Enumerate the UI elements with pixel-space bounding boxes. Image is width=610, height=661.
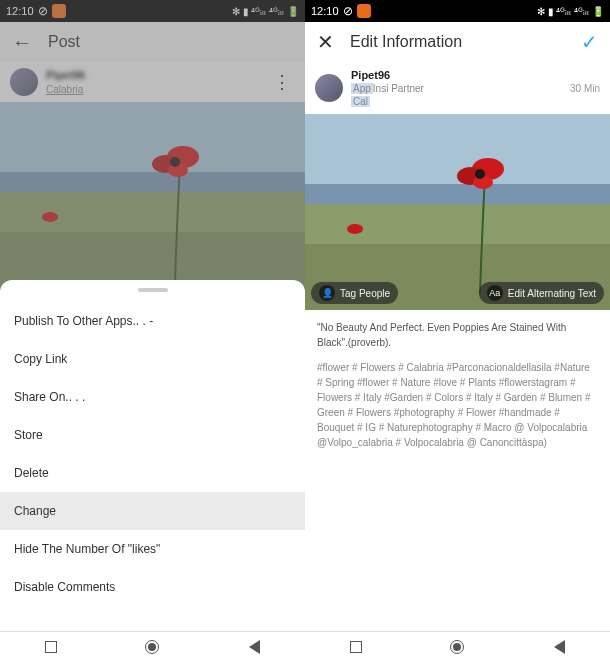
status-icons: ✻ ▮ ⁴ᴳᵢₗₗ ⁴ᴳᵢₗₗ 🔋 bbox=[232, 6, 299, 17]
person-icon: 👤 bbox=[319, 285, 335, 301]
notification-icon bbox=[357, 4, 371, 18]
username[interactable]: Pipet96 bbox=[351, 68, 562, 82]
post-author-row: Pipet96 AppInsi Partner Cal 30 Min bbox=[305, 62, 610, 114]
post-author-row: Pipet96 Calabria ⋮ bbox=[0, 62, 305, 102]
caption-editor[interactable]: "No Beauty And Perfect. Even Poppies Are… bbox=[305, 310, 610, 654]
user-badge: App bbox=[351, 83, 373, 94]
svg-rect-9 bbox=[305, 114, 610, 184]
confirm-check-icon[interactable]: ✓ bbox=[581, 30, 598, 54]
header-title: Post bbox=[48, 33, 293, 51]
svg-rect-1 bbox=[0, 172, 305, 192]
status-time: 12:10 bbox=[6, 5, 34, 17]
nav-back-button[interactable] bbox=[246, 639, 262, 655]
menu-publish-other-apps[interactable]: Publish To Other Apps.. . - bbox=[0, 302, 305, 340]
header: ✕ Edit Information ✓ bbox=[305, 22, 610, 62]
caption-hashtags: #flower # Flowers # Calabria #Parconacio… bbox=[317, 360, 598, 450]
svg-point-8 bbox=[42, 212, 58, 222]
menu-copy-link[interactable]: Copy Link bbox=[0, 340, 305, 378]
status-icons: ✻ ▮ ⁴ᴳᵢₗₗ ⁴ᴳᵢₗₗ 🔋 bbox=[537, 6, 604, 17]
nav-recent-button[interactable] bbox=[348, 639, 364, 655]
menu-delete[interactable]: Delete bbox=[0, 454, 305, 492]
screen-post-menu: 12:10 ⊘ ✻ ▮ ⁴ᴳᵢₗₗ ⁴ᴳᵢₗₗ 🔋 ← Post Pipet96… bbox=[0, 0, 305, 661]
svg-point-16 bbox=[475, 169, 485, 179]
menu-share-on[interactable]: Share On.. . . bbox=[0, 378, 305, 416]
sheet-handle[interactable] bbox=[138, 288, 168, 292]
system-navbar bbox=[0, 631, 305, 661]
status-bar: 12:10 ⊘ ✻ ▮ ⁴ᴳᵢₗₗ ⁴ᴳᵢₗₗ 🔋 bbox=[305, 0, 610, 22]
nav-recent-button[interactable] bbox=[43, 639, 59, 655]
header-title: Edit Information bbox=[350, 33, 565, 51]
more-icon[interactable]: ⋮ bbox=[269, 71, 295, 93]
svg-rect-2 bbox=[0, 192, 305, 232]
status-bar: 12:10 ⊘ ✻ ▮ ⁴ᴳᵢₗₗ ⁴ᴳᵢₗₗ 🔋 bbox=[0, 0, 305, 22]
header: ← Post bbox=[0, 22, 305, 62]
timestamp: 30 Min bbox=[570, 83, 600, 94]
tag-people-button[interactable]: 👤 Tag People bbox=[311, 282, 398, 304]
svg-point-17 bbox=[347, 224, 363, 234]
caption-quote: "No Beauty And Perfect. Even Poppies Are… bbox=[317, 320, 598, 350]
close-icon[interactable]: ✕ bbox=[317, 30, 334, 54]
notification-icon bbox=[52, 4, 66, 18]
svg-rect-11 bbox=[305, 204, 610, 244]
avatar[interactable] bbox=[10, 68, 38, 96]
nav-back-button[interactable] bbox=[551, 639, 567, 655]
menu-change[interactable]: Change bbox=[0, 492, 305, 530]
nav-home-button[interactable] bbox=[449, 639, 465, 655]
status-time: 12:10 bbox=[311, 5, 339, 17]
dnd-icon: ⊘ bbox=[343, 4, 353, 18]
dnd-icon: ⊘ bbox=[38, 4, 48, 18]
post-photo[interactable]: 👤 Tag People Aa Edit Alternating Text bbox=[305, 114, 610, 310]
user-subtext: AppInsi Partner bbox=[351, 82, 562, 95]
edit-alt-text-button[interactable]: Aa Edit Alternating Text bbox=[479, 282, 604, 304]
post-photo bbox=[0, 102, 305, 298]
menu-store[interactable]: Store bbox=[0, 416, 305, 454]
svg-rect-10 bbox=[305, 184, 610, 204]
screen-edit-info: 12:10 ⊘ ✻ ▮ ⁴ᴳᵢₗₗ ⁴ᴳᵢₗₗ 🔋 ✕ Edit Informa… bbox=[305, 0, 610, 661]
svg-rect-0 bbox=[0, 102, 305, 172]
menu-disable-comments[interactable]: Disable Comments bbox=[0, 568, 305, 606]
svg-point-7 bbox=[170, 157, 180, 167]
nav-home-button[interactable] bbox=[144, 639, 160, 655]
system-navbar bbox=[305, 631, 610, 661]
back-arrow-icon[interactable]: ← bbox=[12, 31, 32, 54]
menu-hide-likes[interactable]: Hide The Number Of "likes" bbox=[0, 530, 305, 568]
avatar[interactable] bbox=[315, 74, 343, 102]
action-sheet: Publish To Other Apps.. . - Copy Link Sh… bbox=[0, 280, 305, 631]
alt-text-icon: Aa bbox=[487, 285, 503, 301]
location[interactable]: Cal bbox=[351, 95, 562, 108]
location[interactable]: Calabria bbox=[46, 83, 261, 96]
username[interactable]: Pipet96 bbox=[46, 68, 261, 82]
